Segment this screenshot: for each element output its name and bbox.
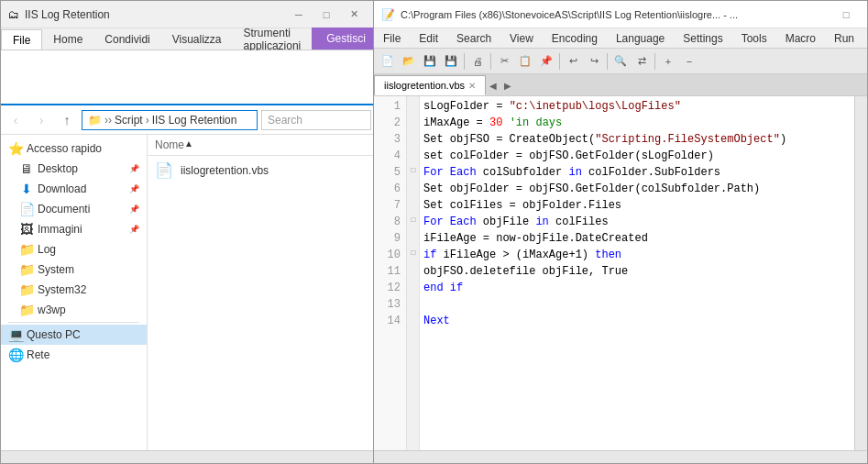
- sidebar-item-desktop[interactable]: 🖥 Desktop 📌: [1, 159, 147, 179]
- sidebar-item-documenti[interactable]: 📄 Documenti 📌: [1, 199, 147, 219]
- explorer-maximize-btn[interactable]: □: [313, 5, 340, 25]
- code-line-6: Set objFolder = objFSO.GetFolder(colSubf…: [423, 181, 851, 197]
- code-line-12: end if: [423, 280, 851, 296]
- replace-btn[interactable]: ⇄: [632, 51, 652, 72]
- open-btn[interactable]: 📂: [399, 51, 419, 72]
- menu-view[interactable]: View: [500, 30, 543, 47]
- sidebar-label-log: Log: [38, 243, 56, 256]
- tab-gestisci[interactable]: Gestisci: [312, 28, 380, 50]
- zoom-out-btn[interactable]: −: [679, 51, 699, 72]
- fold-icon-10[interactable]: □: [407, 245, 420, 261]
- toolbar-sep-1: [464, 53, 465, 70]
- sidebar-item-questo-pc[interactable]: 💻 Questo PC: [1, 325, 147, 345]
- npp-maximize-btn[interactable]: □: [832, 5, 860, 25]
- tab-file[interactable]: File: [1, 29, 42, 50]
- system32-folder-icon: 📁: [19, 282, 34, 297]
- menu-macro[interactable]: Macro: [776, 30, 825, 47]
- explorer-close-btn[interactable]: ✕: [340, 5, 368, 25]
- sidebar-item-immagini[interactable]: 🖼 Immagini 📌: [1, 219, 147, 239]
- explorer-content: ⭐ Accesso rapido 🖥 Desktop 📌 ⬇ Download …: [1, 135, 375, 450]
- sidebar-item-system32[interactable]: 📁 System32: [1, 280, 147, 300]
- print-btn[interactable]: 🖨: [467, 51, 488, 72]
- line-num-14: 14: [379, 313, 401, 329]
- sidebar-item-log[interactable]: 📁 Log: [1, 239, 147, 260]
- column-header-nome[interactable]: Nome: [155, 138, 184, 151]
- sidebar-item-download[interactable]: ⬇ Download 📌: [1, 179, 147, 199]
- menu-file[interactable]: File: [374, 30, 410, 47]
- save-btn[interactable]: 💾: [420, 51, 440, 72]
- tab-close-btn[interactable]: ✕: [468, 81, 476, 91]
- tab-home[interactable]: Home: [42, 29, 93, 50]
- toolbar-sep-2: [490, 53, 491, 70]
- redo-btn[interactable]: ↪: [584, 51, 604, 72]
- menu-language[interactable]: Language: [607, 30, 674, 47]
- line-num-12: 12: [379, 280, 401, 296]
- breadcrumb-iis[interactable]: IIS Log Retention: [152, 114, 237, 127]
- code-line-14: Next: [423, 313, 851, 329]
- breadcrumb-script[interactable]: Script: [115, 114, 143, 127]
- tab-strumenti[interactable]: Strumenti applicazioni: [233, 29, 313, 50]
- npp-tab-iislogretention[interactable]: iislogretention.vbs ✕: [374, 75, 486, 95]
- sidebar: ⭐ Accesso rapido 🖥 Desktop 📌 ⬇ Download …: [1, 135, 148, 450]
- address-path[interactable]: 📁 ›› Script › IIS Log Retention: [82, 110, 258, 130]
- npp-scrollbar-bottom[interactable]: [374, 450, 867, 463]
- code-line-8: For Each objFile in colFiles: [423, 214, 851, 230]
- undo-btn[interactable]: ↩: [563, 51, 583, 72]
- menu-settings[interactable]: Settings: [674, 30, 731, 47]
- tab-nav-right[interactable]: ▶: [500, 75, 515, 95]
- npp-tabs: iislogretention.vbs ✕ ◀ ▶: [374, 74, 867, 96]
- sidebar-label-w3wp: w3wp: [38, 304, 66, 316]
- sidebar-item-accesso-rapido[interactable]: ⭐ Accesso rapido: [1, 138, 147, 159]
- explorer-window: 🗂 IIS Log Retention ─ □ ✕ File Home Cond…: [0, 0, 376, 464]
- find-btn[interactable]: 🔍: [610, 51, 631, 72]
- toolbar-sep-5: [654, 53, 655, 70]
- line-num-13: 13: [379, 296, 401, 313]
- code-line-9: iFileAge = now-objFile.DateCreated: [423, 230, 851, 247]
- back-btn[interactable]: ‹: [5, 109, 27, 131]
- file-item-iislogretention[interactable]: 📄 iislogretention.vbs: [148, 156, 375, 184]
- fold-icon-5[interactable]: □: [407, 162, 420, 179]
- npp-title: C:\Program Files (x86)\StonevoiceAS\Scri…: [401, 9, 832, 20]
- paste-btn[interactable]: 📌: [536, 51, 556, 72]
- desktop-icon: 🖥: [19, 161, 34, 176]
- copy-btn[interactable]: 📋: [515, 51, 535, 72]
- code-line-10: if iFileAge > (iMaxAge+1) then: [423, 247, 851, 263]
- menu-tools[interactable]: Tools: [732, 30, 776, 47]
- cut-btn[interactable]: ✂: [494, 51, 514, 72]
- sidebar-item-rete[interactable]: 🌐 Rete: [1, 345, 147, 365]
- npp-scrollbar-right[interactable]: [854, 96, 867, 450]
- code-content[interactable]: sLogFolder = "c:\inetpub\logs\LogFiles" …: [420, 96, 854, 450]
- sidebar-label-rete: Rete: [27, 348, 49, 361]
- menu-encoding[interactable]: Encoding: [543, 30, 607, 47]
- zoom-in-btn[interactable]: +: [658, 51, 678, 72]
- tab-visualizza[interactable]: Visualizza: [161, 29, 233, 50]
- sidebar-separator: [8, 322, 139, 323]
- code-area: 1 2 3 4 5 6 7 8 9 10 11 12 13 14 □ □ □ s…: [374, 96, 867, 450]
- sidebar-item-w3wp[interactable]: 📁 w3wp: [1, 300, 147, 320]
- up-btn[interactable]: ↑: [56, 109, 78, 131]
- tab-condividi[interactable]: Condividi: [93, 29, 160, 50]
- documenti-icon: 📄: [19, 202, 34, 216]
- sidebar-item-system[interactable]: 📁 System: [1, 260, 147, 280]
- tab-nav-left[interactable]: ◀: [486, 75, 500, 95]
- save-all-btn[interactable]: 💾: [441, 51, 461, 72]
- search-box[interactable]: Search: [261, 110, 371, 130]
- breadcrumb-icon: 📁: [88, 114, 102, 127]
- code-line-13: [423, 296, 851, 313]
- menu-plugins[interactable]: Plugins: [863, 30, 868, 47]
- code-line-4: set colFolder = objFSO.GetFolder(sLogFol…: [423, 148, 851, 164]
- fold-icon-8[interactable]: □: [407, 212, 420, 228]
- sidebar-label-documenti: Documenti: [38, 203, 90, 215]
- explorer-title-bar: 🗂 IIS Log Retention ─ □ ✕: [1, 1, 375, 28]
- menu-search[interactable]: Search: [447, 30, 500, 47]
- new-btn[interactable]: 📄: [378, 51, 398, 72]
- explorer-minimize-btn[interactable]: ─: [285, 5, 313, 25]
- menu-edit[interactable]: Edit: [410, 30, 447, 47]
- forward-btn[interactable]: ›: [30, 109, 52, 131]
- explorer-scrollbar-bottom[interactable]: [1, 450, 375, 463]
- explorer-win-controls: ─ □ ✕: [285, 5, 368, 25]
- vbs-file-icon: 📄: [155, 161, 173, 179]
- address-bar: ‹ › ↑ 📁 ›› Script › IIS Log Retention Se…: [1, 105, 375, 135]
- menu-run[interactable]: Run: [825, 30, 863, 47]
- w3wp-folder-icon: 📁: [19, 303, 34, 317]
